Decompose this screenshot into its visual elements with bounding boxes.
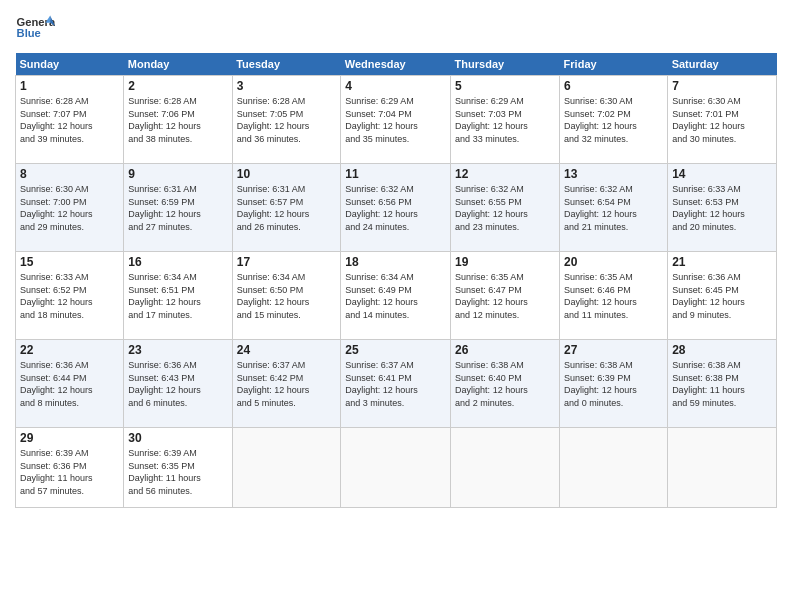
calendar-cell: 17Sunrise: 6:34 AMSunset: 6:50 PMDayligh… <box>232 252 341 340</box>
day-info: Sunrise: 6:38 AMSunset: 6:38 PMDaylight:… <box>672 359 772 409</box>
calendar-cell: 3Sunrise: 6:28 AMSunset: 7:05 PMDaylight… <box>232 76 341 164</box>
day-header-wednesday: Wednesday <box>341 53 451 76</box>
calendar-cell: 24Sunrise: 6:37 AMSunset: 6:42 PMDayligh… <box>232 340 341 428</box>
calendar-week-row: 15Sunrise: 6:33 AMSunset: 6:52 PMDayligh… <box>16 252 777 340</box>
day-number: 28 <box>672 343 772 357</box>
day-info: Sunrise: 6:33 AMSunset: 6:53 PMDaylight:… <box>672 183 772 233</box>
day-header-monday: Monday <box>124 53 232 76</box>
day-info: Sunrise: 6:34 AMSunset: 6:49 PMDaylight:… <box>345 271 446 321</box>
calendar-cell: 15Sunrise: 6:33 AMSunset: 6:52 PMDayligh… <box>16 252 124 340</box>
day-info: Sunrise: 6:37 AMSunset: 6:42 PMDaylight:… <box>237 359 337 409</box>
calendar-cell: 30Sunrise: 6:39 AMSunset: 6:35 PMDayligh… <box>124 428 232 508</box>
day-header-tuesday: Tuesday <box>232 53 341 76</box>
calendar-cell: 28Sunrise: 6:38 AMSunset: 6:38 PMDayligh… <box>668 340 777 428</box>
day-number: 14 <box>672 167 772 181</box>
calendar-table: SundayMondayTuesdayWednesdayThursdayFrid… <box>15 53 777 508</box>
day-number: 29 <box>20 431 119 445</box>
calendar-cell: 27Sunrise: 6:38 AMSunset: 6:39 PMDayligh… <box>560 340 668 428</box>
day-info: Sunrise: 6:34 AMSunset: 6:50 PMDaylight:… <box>237 271 337 321</box>
day-number: 3 <box>237 79 337 93</box>
day-number: 25 <box>345 343 446 357</box>
day-info: Sunrise: 6:29 AMSunset: 7:03 PMDaylight:… <box>455 95 555 145</box>
calendar-body: 1Sunrise: 6:28 AMSunset: 7:07 PMDaylight… <box>16 76 777 508</box>
calendar-cell <box>232 428 341 508</box>
day-number: 12 <box>455 167 555 181</box>
day-number: 19 <box>455 255 555 269</box>
day-number: 13 <box>564 167 663 181</box>
day-number: 22 <box>20 343 119 357</box>
calendar-cell: 10Sunrise: 6:31 AMSunset: 6:57 PMDayligh… <box>232 164 341 252</box>
day-info: Sunrise: 6:36 AMSunset: 6:43 PMDaylight:… <box>128 359 227 409</box>
day-number: 27 <box>564 343 663 357</box>
calendar-cell: 12Sunrise: 6:32 AMSunset: 6:55 PMDayligh… <box>451 164 560 252</box>
day-number: 11 <box>345 167 446 181</box>
day-number: 10 <box>237 167 337 181</box>
calendar-week-row: 22Sunrise: 6:36 AMSunset: 6:44 PMDayligh… <box>16 340 777 428</box>
day-number: 30 <box>128 431 227 445</box>
day-number: 24 <box>237 343 337 357</box>
calendar-cell: 5Sunrise: 6:29 AMSunset: 7:03 PMDaylight… <box>451 76 560 164</box>
calendar-cell: 21Sunrise: 6:36 AMSunset: 6:45 PMDayligh… <box>668 252 777 340</box>
day-header-friday: Friday <box>560 53 668 76</box>
day-info: Sunrise: 6:37 AMSunset: 6:41 PMDaylight:… <box>345 359 446 409</box>
day-info: Sunrise: 6:36 AMSunset: 6:45 PMDaylight:… <box>672 271 772 321</box>
day-number: 5 <box>455 79 555 93</box>
day-info: Sunrise: 6:28 AMSunset: 7:05 PMDaylight:… <box>237 95 337 145</box>
day-number: 6 <box>564 79 663 93</box>
calendar-cell: 18Sunrise: 6:34 AMSunset: 6:49 PMDayligh… <box>341 252 451 340</box>
day-info: Sunrise: 6:35 AMSunset: 6:47 PMDaylight:… <box>455 271 555 321</box>
day-info: Sunrise: 6:28 AMSunset: 7:07 PMDaylight:… <box>20 95 119 145</box>
day-info: Sunrise: 6:39 AMSunset: 6:36 PMDaylight:… <box>20 447 119 497</box>
day-info: Sunrise: 6:28 AMSunset: 7:06 PMDaylight:… <box>128 95 227 145</box>
calendar-week-row: 1Sunrise: 6:28 AMSunset: 7:07 PMDaylight… <box>16 76 777 164</box>
calendar-cell: 11Sunrise: 6:32 AMSunset: 6:56 PMDayligh… <box>341 164 451 252</box>
day-number: 7 <box>672 79 772 93</box>
day-number: 16 <box>128 255 227 269</box>
calendar-cell: 7Sunrise: 6:30 AMSunset: 7:01 PMDaylight… <box>668 76 777 164</box>
day-info: Sunrise: 6:34 AMSunset: 6:51 PMDaylight:… <box>128 271 227 321</box>
day-info: Sunrise: 6:29 AMSunset: 7:04 PMDaylight:… <box>345 95 446 145</box>
calendar-cell: 22Sunrise: 6:36 AMSunset: 6:44 PMDayligh… <box>16 340 124 428</box>
day-info: Sunrise: 6:32 AMSunset: 6:56 PMDaylight:… <box>345 183 446 233</box>
day-info: Sunrise: 6:39 AMSunset: 6:35 PMDaylight:… <box>128 447 227 497</box>
calendar-cell: 9Sunrise: 6:31 AMSunset: 6:59 PMDaylight… <box>124 164 232 252</box>
day-info: Sunrise: 6:32 AMSunset: 6:55 PMDaylight:… <box>455 183 555 233</box>
day-number: 2 <box>128 79 227 93</box>
day-header-thursday: Thursday <box>451 53 560 76</box>
day-number: 21 <box>672 255 772 269</box>
day-info: Sunrise: 6:30 AMSunset: 7:02 PMDaylight:… <box>564 95 663 145</box>
day-number: 23 <box>128 343 227 357</box>
day-header-saturday: Saturday <box>668 53 777 76</box>
calendar-cell: 29Sunrise: 6:39 AMSunset: 6:36 PMDayligh… <box>16 428 124 508</box>
calendar-cell: 26Sunrise: 6:38 AMSunset: 6:40 PMDayligh… <box>451 340 560 428</box>
day-number: 9 <box>128 167 227 181</box>
day-info: Sunrise: 6:38 AMSunset: 6:39 PMDaylight:… <box>564 359 663 409</box>
day-number: 15 <box>20 255 119 269</box>
calendar-cell <box>451 428 560 508</box>
calendar-cell: 16Sunrise: 6:34 AMSunset: 6:51 PMDayligh… <box>124 252 232 340</box>
calendar-cell: 2Sunrise: 6:28 AMSunset: 7:06 PMDaylight… <box>124 76 232 164</box>
calendar-week-row: 29Sunrise: 6:39 AMSunset: 6:36 PMDayligh… <box>16 428 777 508</box>
page-header: General Blue <box>15 10 777 45</box>
calendar-cell: 4Sunrise: 6:29 AMSunset: 7:04 PMDaylight… <box>341 76 451 164</box>
day-info: Sunrise: 6:35 AMSunset: 6:46 PMDaylight:… <box>564 271 663 321</box>
calendar-cell <box>341 428 451 508</box>
calendar-cell: 1Sunrise: 6:28 AMSunset: 7:07 PMDaylight… <box>16 76 124 164</box>
page-container: General Blue SundayMondayTuesdayWednesda… <box>0 0 792 518</box>
day-info: Sunrise: 6:30 AMSunset: 7:01 PMDaylight:… <box>672 95 772 145</box>
calendar-cell <box>668 428 777 508</box>
day-number: 8 <box>20 167 119 181</box>
day-number: 26 <box>455 343 555 357</box>
day-header-sunday: Sunday <box>16 53 124 76</box>
day-number: 1 <box>20 79 119 93</box>
calendar-cell: 8Sunrise: 6:30 AMSunset: 7:00 PMDaylight… <box>16 164 124 252</box>
calendar-cell: 14Sunrise: 6:33 AMSunset: 6:53 PMDayligh… <box>668 164 777 252</box>
calendar-cell: 23Sunrise: 6:36 AMSunset: 6:43 PMDayligh… <box>124 340 232 428</box>
calendar-cell: 20Sunrise: 6:35 AMSunset: 6:46 PMDayligh… <box>560 252 668 340</box>
logo-icon: General Blue <box>15 10 55 45</box>
calendar-header-row: SundayMondayTuesdayWednesdayThursdayFrid… <box>16 53 777 76</box>
calendar-week-row: 8Sunrise: 6:30 AMSunset: 7:00 PMDaylight… <box>16 164 777 252</box>
calendar-cell: 6Sunrise: 6:30 AMSunset: 7:02 PMDaylight… <box>560 76 668 164</box>
calendar-cell: 25Sunrise: 6:37 AMSunset: 6:41 PMDayligh… <box>341 340 451 428</box>
day-info: Sunrise: 6:31 AMSunset: 6:57 PMDaylight:… <box>237 183 337 233</box>
